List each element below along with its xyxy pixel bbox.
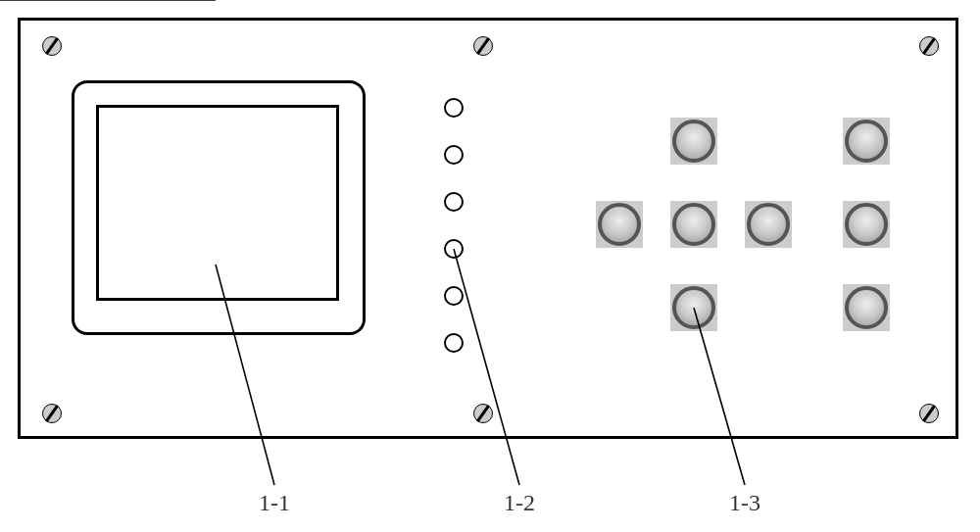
callout-label-buttons: 1-3 xyxy=(729,490,760,516)
screw-icon xyxy=(473,404,493,423)
button-cap-icon xyxy=(672,286,715,329)
button-cap-icon xyxy=(845,203,888,246)
dpad-down-button[interactable] xyxy=(670,284,717,331)
screw-icon xyxy=(919,36,939,56)
dpad-right-button[interactable] xyxy=(745,201,792,248)
indicator-led xyxy=(444,192,464,212)
button-cap-icon xyxy=(845,286,888,329)
indicator-led xyxy=(444,98,464,118)
button-cap-icon xyxy=(747,203,790,246)
indicator-led xyxy=(444,239,464,259)
screw-icon xyxy=(42,36,62,56)
callout-label-screen: 1-1 xyxy=(259,490,290,516)
dpad-center-button[interactable] xyxy=(670,201,717,248)
dpad-left-button[interactable] xyxy=(596,201,643,248)
indicator-led xyxy=(444,333,464,353)
dpad-up-button[interactable] xyxy=(670,118,717,165)
display-screen xyxy=(96,105,339,301)
indicator-led xyxy=(444,145,464,165)
indicator-led xyxy=(444,286,464,306)
button-cap-icon xyxy=(598,203,641,246)
aux-button-3[interactable] xyxy=(843,284,890,331)
aux-button-1[interactable] xyxy=(843,118,890,165)
button-cap-icon xyxy=(672,120,715,163)
button-cap-icon xyxy=(672,203,715,246)
screw-icon xyxy=(473,36,493,56)
screw-icon xyxy=(42,404,62,423)
aux-button-2[interactable] xyxy=(843,201,890,248)
button-cap-icon xyxy=(845,120,888,163)
screw-icon xyxy=(919,404,939,423)
callout-label-leds: 1-2 xyxy=(504,490,535,516)
diagram-stage: 1-1 1-2 1-3 xyxy=(0,0,980,532)
